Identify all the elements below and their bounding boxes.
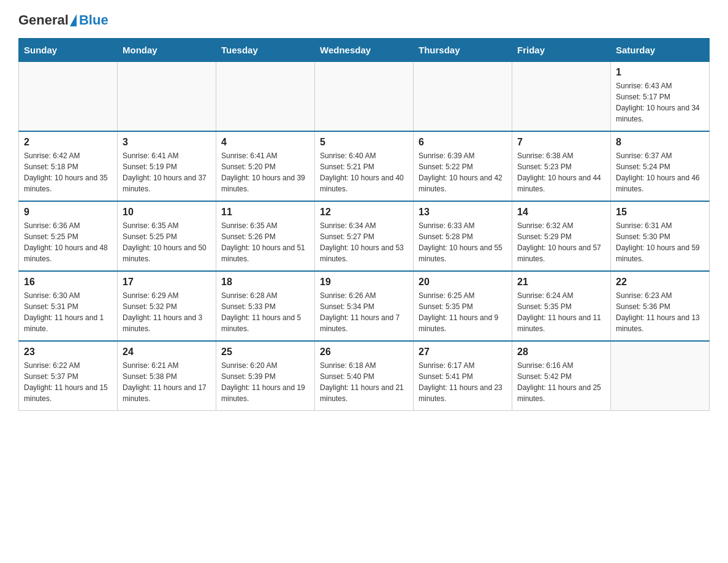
calendar-week-row: 2Sunrise: 6:42 AM Sunset: 5:18 PM Daylig…: [19, 131, 710, 201]
table-row: 6Sunrise: 6:39 AM Sunset: 5:22 PM Daylig…: [414, 131, 512, 201]
table-row: 9Sunrise: 6:36 AM Sunset: 5:25 PM Daylig…: [19, 201, 118, 271]
day-info: Sunrise: 6:26 AM Sunset: 5:34 PM Dayligh…: [320, 290, 408, 334]
table-row: 18Sunrise: 6:28 AM Sunset: 5:33 PM Dayli…: [216, 271, 315, 341]
table-row: 10Sunrise: 6:35 AM Sunset: 5:25 PM Dayli…: [118, 201, 216, 271]
day-info: Sunrise: 6:23 AM Sunset: 5:36 PM Dayligh…: [616, 290, 704, 334]
table-row: 4Sunrise: 6:41 AM Sunset: 5:20 PM Daylig…: [216, 131, 315, 201]
table-row: 21Sunrise: 6:24 AM Sunset: 5:35 PM Dayli…: [512, 271, 611, 341]
table-row: 12Sunrise: 6:34 AM Sunset: 5:27 PM Dayli…: [315, 201, 414, 271]
table-row: 15Sunrise: 6:31 AM Sunset: 5:30 PM Dayli…: [611, 201, 710, 271]
day-info: Sunrise: 6:43 AM Sunset: 5:17 PM Dayligh…: [616, 80, 704, 124]
logo-triangle-icon: [70, 14, 77, 26]
table-row: 17Sunrise: 6:29 AM Sunset: 5:32 PM Dayli…: [118, 271, 216, 341]
day-number: 28: [517, 347, 605, 358]
table-row: 8Sunrise: 6:37 AM Sunset: 5:24 PM Daylig…: [611, 131, 710, 201]
table-row: 5Sunrise: 6:40 AM Sunset: 5:21 PM Daylig…: [315, 131, 414, 201]
day-number: 19: [320, 277, 408, 288]
day-info: Sunrise: 6:17 AM Sunset: 5:41 PM Dayligh…: [419, 360, 507, 404]
col-thursday: Thursday: [414, 39, 512, 62]
day-info: Sunrise: 6:16 AM Sunset: 5:42 PM Dayligh…: [517, 360, 605, 404]
calendar-week-row: 16Sunrise: 6:30 AM Sunset: 5:31 PM Dayli…: [19, 271, 710, 341]
table-row: 23Sunrise: 6:22 AM Sunset: 5:37 PM Dayli…: [19, 341, 118, 411]
day-info: Sunrise: 6:36 AM Sunset: 5:25 PM Dayligh…: [24, 220, 112, 264]
table-row: 20Sunrise: 6:25 AM Sunset: 5:35 PM Dayli…: [414, 271, 512, 341]
day-number: 10: [123, 207, 211, 218]
day-number: 17: [123, 277, 211, 288]
col-sunday: Sunday: [19, 39, 118, 62]
table-row: [216, 62, 315, 132]
table-row: [118, 62, 216, 132]
table-row: 13Sunrise: 6:33 AM Sunset: 5:28 PM Dayli…: [414, 201, 512, 271]
day-info: Sunrise: 6:37 AM Sunset: 5:24 PM Dayligh…: [616, 150, 704, 194]
day-info: Sunrise: 6:40 AM Sunset: 5:21 PM Dayligh…: [320, 150, 408, 194]
day-number: 6: [419, 137, 507, 148]
col-friday: Friday: [512, 39, 611, 62]
day-number: 24: [123, 347, 211, 358]
day-info: Sunrise: 6:22 AM Sunset: 5:37 PM Dayligh…: [24, 360, 112, 404]
col-saturday: Saturday: [611, 39, 710, 62]
day-number: 27: [419, 347, 507, 358]
day-number: 5: [320, 137, 408, 148]
day-number: 26: [320, 347, 408, 358]
logo-general: General: [18, 12, 69, 28]
day-info: Sunrise: 6:20 AM Sunset: 5:39 PM Dayligh…: [221, 360, 309, 404]
col-monday: Monday: [118, 39, 216, 62]
day-info: Sunrise: 6:35 AM Sunset: 5:26 PM Dayligh…: [221, 220, 309, 264]
table-row: [315, 62, 414, 132]
day-number: 1: [616, 67, 704, 78]
table-row: 19Sunrise: 6:26 AM Sunset: 5:34 PM Dayli…: [315, 271, 414, 341]
day-number: 23: [24, 347, 112, 358]
day-info: Sunrise: 6:30 AM Sunset: 5:31 PM Dayligh…: [24, 290, 112, 334]
day-number: 4: [221, 137, 309, 148]
table-row: 27Sunrise: 6:17 AM Sunset: 5:41 PM Dayli…: [414, 341, 512, 411]
table-row: 14Sunrise: 6:32 AM Sunset: 5:29 PM Dayli…: [512, 201, 611, 271]
day-info: Sunrise: 6:41 AM Sunset: 5:20 PM Dayligh…: [221, 150, 309, 194]
table-row: 24Sunrise: 6:21 AM Sunset: 5:38 PM Dayli…: [118, 341, 216, 411]
day-number: 13: [419, 207, 507, 218]
day-number: 3: [123, 137, 211, 148]
table-row: 25Sunrise: 6:20 AM Sunset: 5:39 PM Dayli…: [216, 341, 315, 411]
table-row: 16Sunrise: 6:30 AM Sunset: 5:31 PM Dayli…: [19, 271, 118, 341]
day-info: Sunrise: 6:28 AM Sunset: 5:33 PM Dayligh…: [221, 290, 309, 334]
day-info: Sunrise: 6:35 AM Sunset: 5:25 PM Dayligh…: [123, 220, 211, 264]
day-number: 25: [221, 347, 309, 358]
table-row: 2Sunrise: 6:42 AM Sunset: 5:18 PM Daylig…: [19, 131, 118, 201]
table-row: 1Sunrise: 6:43 AM Sunset: 5:17 PM Daylig…: [611, 62, 710, 132]
table-row: 28Sunrise: 6:16 AM Sunset: 5:42 PM Dayli…: [512, 341, 611, 411]
day-number: 8: [616, 137, 704, 148]
logo: GeneralBlue: [18, 12, 108, 28]
day-info: Sunrise: 6:25 AM Sunset: 5:35 PM Dayligh…: [419, 290, 507, 334]
table-row: 26Sunrise: 6:18 AM Sunset: 5:40 PM Dayli…: [315, 341, 414, 411]
day-number: 14: [517, 207, 605, 218]
day-number: 16: [24, 277, 112, 288]
day-number: 20: [419, 277, 507, 288]
col-wednesday: Wednesday: [315, 39, 414, 62]
day-number: 21: [517, 277, 605, 288]
day-info: Sunrise: 6:38 AM Sunset: 5:23 PM Dayligh…: [517, 150, 605, 194]
day-info: Sunrise: 6:21 AM Sunset: 5:38 PM Dayligh…: [123, 360, 211, 404]
day-number: 7: [517, 137, 605, 148]
table-row: 11Sunrise: 6:35 AM Sunset: 5:26 PM Dayli…: [216, 201, 315, 271]
calendar-week-row: 1Sunrise: 6:43 AM Sunset: 5:17 PM Daylig…: [19, 62, 710, 132]
table-row: [611, 341, 710, 411]
day-info: Sunrise: 6:34 AM Sunset: 5:27 PM Dayligh…: [320, 220, 408, 264]
day-info: Sunrise: 6:32 AM Sunset: 5:29 PM Dayligh…: [517, 220, 605, 264]
day-info: Sunrise: 6:42 AM Sunset: 5:18 PM Dayligh…: [24, 150, 112, 194]
day-info: Sunrise: 6:39 AM Sunset: 5:22 PM Dayligh…: [419, 150, 507, 194]
day-info: Sunrise: 6:33 AM Sunset: 5:28 PM Dayligh…: [419, 220, 507, 264]
table-row: 22Sunrise: 6:23 AM Sunset: 5:36 PM Dayli…: [611, 271, 710, 341]
day-number: 22: [616, 277, 704, 288]
day-number: 12: [320, 207, 408, 218]
calendar-table: Sunday Monday Tuesday Wednesday Thursday…: [18, 38, 710, 411]
table-row: [19, 62, 118, 132]
day-info: Sunrise: 6:29 AM Sunset: 5:32 PM Dayligh…: [123, 290, 211, 334]
page-header: GeneralBlue: [18, 12, 710, 28]
table-row: [512, 62, 611, 132]
col-tuesday: Tuesday: [216, 39, 315, 62]
day-info: Sunrise: 6:18 AM Sunset: 5:40 PM Dayligh…: [320, 360, 408, 404]
calendar-header-row: Sunday Monday Tuesday Wednesday Thursday…: [19, 39, 710, 62]
table-row: 7Sunrise: 6:38 AM Sunset: 5:23 PM Daylig…: [512, 131, 611, 201]
calendar-week-row: 23Sunrise: 6:22 AM Sunset: 5:37 PM Dayli…: [19, 341, 710, 411]
day-number: 2: [24, 137, 112, 148]
day-info: Sunrise: 6:24 AM Sunset: 5:35 PM Dayligh…: [517, 290, 605, 334]
